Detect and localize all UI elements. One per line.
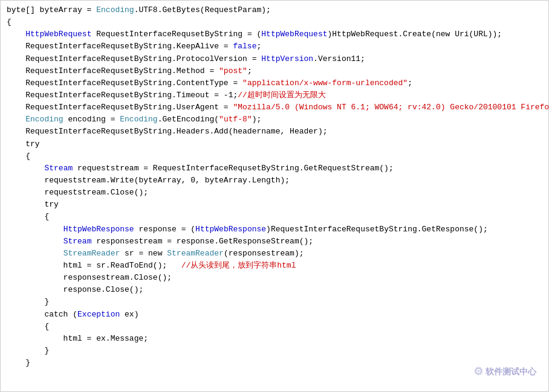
code-line: HttpWebRequest RequestInterfaceRequsetBy… [7,28,542,40]
code-line: { [7,321,542,333]
code-line: Encoding encoding = Encoding.GetEncoding… [7,114,542,126]
code-line: RequestInterfaceRequsetByString.KeepAliv… [7,40,542,53]
code-line: response.Close(); [7,284,542,296]
code-line: RequestInterfaceRequsetByString.Headers.… [7,126,542,138]
code-line: { [7,211,542,223]
code-line: StreamReader sr = new StreamReader(respo… [7,248,542,260]
code-line: html = ex.Message; [7,333,542,345]
code-line: { [7,16,542,28]
code-line: RequestInterfaceRequsetByString.Method =… [7,65,542,77]
code-container: byte[] byteArray = Encoding.UTF8.GetByte… [0,0,549,392]
code-line: responsestream.Close(); [7,272,542,284]
code-line [7,369,542,381]
code-line: requeststream.Write(byteArray, 0, byteAr… [7,175,542,187]
code-line: Stream requeststream = RequestInterfaceR… [7,162,542,175]
code-line: try [7,199,542,211]
code-line [7,381,542,392]
code-line: { [7,150,542,162]
code-line: RequestInterfaceRequsetByString.UserAgen… [7,101,542,114]
code-line: catch (Exception ex) [7,309,542,321]
code-line: RequestInterfaceRequsetByString.ContentT… [7,77,542,89]
code-line: RequestInterfaceRequsetByString.Timeout … [7,89,542,101]
code-line: Stream responsestream = response.GetResp… [7,236,542,248]
code-line: RequestInterfaceRequsetByString.Protocol… [7,53,542,65]
code-line: byte[] byteArray = Encoding.UTF8.GetByte… [7,4,542,16]
code-line: requeststream.Close(); [7,187,542,199]
code-line: } [7,345,542,357]
code-line: } [7,296,542,308]
code-line: } [7,357,542,369]
code-line: try [7,138,542,150]
code-line: html = sr.ReadToEnd(); //从头读到尾，放到字符串html [7,260,542,272]
code-line: HttpWebResponse response = (HttpWebRespo… [7,223,542,236]
